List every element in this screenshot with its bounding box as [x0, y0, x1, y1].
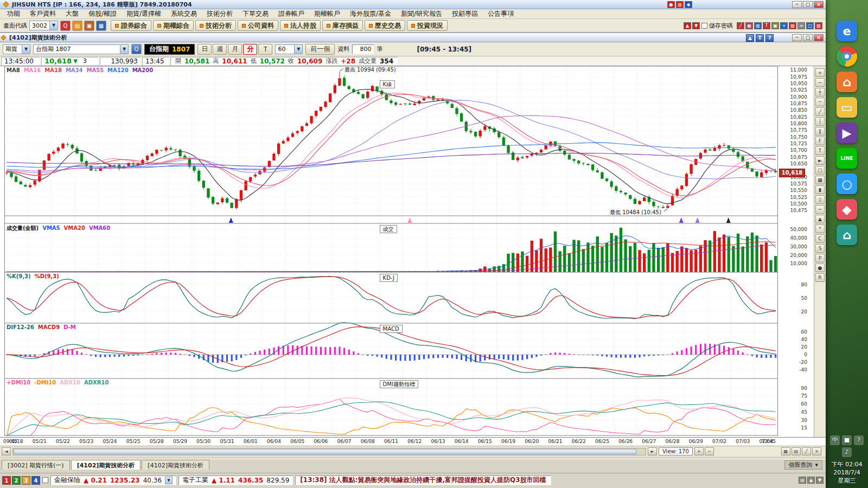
app-restore-button[interactable]: □ [803, 1, 813, 8]
scroll-right-button[interactable]: ► [648, 447, 657, 455]
toolbar-button-4[interactable]: 法人持股 [280, 20, 321, 31]
zoom-in-button[interactable]: + [694, 447, 704, 455]
text-annotation-icon[interactable]: T [815, 146, 825, 155]
symbol-select[interactable]: 台指期 1807 ▼ [33, 44, 129, 54]
alert-icon[interactable]: ● [667, 1, 675, 8]
app-close-button[interactable]: × [814, 1, 824, 8]
fibonacci-icon[interactable]: F [815, 137, 825, 145]
index-quote-1[interactable]: 電子工業▲ 1.11436.35829.59 [178, 476, 293, 485]
interval-select[interactable]: 60 ▼ [275, 44, 303, 54]
channel-icon[interactable]: ‖ [815, 127, 825, 136]
menu-item-11[interactable]: 新聞/研究報告 [396, 9, 447, 19]
menu-item-6[interactable]: 技術分析 [202, 9, 238, 19]
text-mode-button[interactable]: T [756, 34, 764, 42]
list-icon[interactable]: ≡ [797, 22, 805, 29]
chart-restore-button[interactable]: □ [803, 34, 813, 41]
ticker-up-icon[interactable]: ▲ [807, 477, 815, 484]
menu-item-3[interactable]: 個股/權證 [84, 9, 122, 19]
chevron-down-icon[interactable]: ▼ [815, 463, 818, 467]
menu-item-9[interactable]: 期權帳戶 [309, 9, 345, 19]
previous-button[interactable]: 前一個 [305, 44, 335, 55]
scroll-left-button[interactable]: ◄ [2, 447, 11, 455]
ticker-number-3[interactable]: 3 [22, 476, 30, 485]
market-select[interactable]: 期貨 ▼ [3, 44, 30, 54]
app-tab-2[interactable]: [4102]期貨技術分析 [142, 460, 209, 470]
text-tool-icon[interactable]: T [763, 22, 770, 29]
index-dropdown-button[interactable]: ▼ [165, 477, 173, 484]
save-icon[interactable]: S [815, 244, 825, 253]
layout-grid-icon[interactable]: ▦ [745, 22, 753, 29]
clear-button[interactable]: × [812, 447, 821, 455]
mail-icon[interactable]: ▣ [84, 21, 94, 31]
refresh-icon[interactable]: C [815, 234, 825, 243]
menu-item-13[interactable]: 公告事項 [483, 9, 519, 19]
vertical-line-icon[interactable]: │ [815, 117, 825, 126]
photos-icon[interactable]: ◆ [837, 199, 857, 220]
ie-browser-icon[interactable]: e [837, 21, 857, 41]
menu-item-8[interactable]: 證券帳戶 [273, 9, 309, 19]
toolbar-button-0[interactable]: 證券綜合 [111, 20, 151, 31]
note-button[interactable]: ▤ [792, 447, 801, 455]
pin-up-button[interactable]: ▲ [746, 34, 754, 42]
home-app-icon[interactable]: ⌂ [837, 72, 857, 92]
chrome-browser-icon[interactable] [837, 46, 857, 67]
period-button-分[interactable]: 分 [243, 44, 257, 55]
menu-item-1[interactable]: 客戶資料 [25, 9, 61, 19]
ticker-number-1[interactable]: 1 [2, 476, 11, 485]
index-quote-0[interactable]: 金融保險▲ 0.211235.2340.36▼ [50, 476, 176, 485]
chevron-down-icon[interactable]: ▼ [49, 21, 58, 30]
toolbar-button-3[interactable]: 公司資料 [238, 20, 278, 31]
toolbar-button-2[interactable]: 技術分析 [195, 20, 236, 31]
menu-item-12[interactable]: 投顧專區 [447, 9, 483, 19]
snapshot-icon[interactable]: ● [815, 264, 825, 272]
chart-area[interactable]: MA8MA16MA18MA34MA55MA120MA200成交量(金額)VMA5… [0, 66, 826, 437]
zoom-in-icon[interactable]: + [815, 68, 825, 77]
scrollbar-thumb[interactable] [14, 449, 636, 454]
toolbar-button-1[interactable]: 期權綜合 [153, 20, 194, 31]
print-chart-icon[interactable]: P [815, 254, 825, 262]
print-icon[interactable]: ▤ [72, 21, 82, 31]
settings-icon[interactable]: * [815, 224, 825, 233]
chart-window-titlebar[interactable]: [4102]期貨技術分析 ▲T? ─□× [0, 33, 826, 42]
chart-close-button[interactable]: × [814, 34, 824, 41]
ticker-number-2[interactable]: 2 [12, 476, 21, 485]
ticker-checkbox[interactable] [42, 477, 48, 483]
line-style-icon[interactable]: ~ [815, 205, 825, 214]
scrollbar-track[interactable] [12, 448, 646, 455]
board-icon[interactable]: ▣ [771, 22, 779, 29]
cloud-drive-icon[interactable]: ○ [837, 174, 857, 194]
grid-toggle-button[interactable]: ▦ [781, 447, 790, 455]
toolbar-button-6[interactable]: 歷史交易 [365, 20, 405, 31]
menu-item-2[interactable]: 大盤 [61, 9, 84, 19]
home2-app-icon[interactable]: ⌂ [837, 224, 857, 245]
chevron-down-icon[interactable]: ▼ [22, 45, 30, 54]
chart-panel-icon[interactable]: ▥ [754, 22, 762, 29]
zoom-out-icon[interactable]: − [815, 78, 825, 87]
rectangle-tool-icon[interactable]: □ [815, 166, 825, 175]
order-down-icon[interactable]: ▼ [692, 22, 700, 29]
plus-icon[interactable]: + [780, 22, 788, 29]
period-button-T[interactable]: T [258, 44, 272, 55]
chevron-down-icon[interactable]: ▼ [120, 45, 128, 54]
app-tab-1[interactable]: [4102]期貨技術分析 [71, 460, 141, 470]
chart-plot[interactable] [4, 66, 778, 436]
ticker-down-icon[interactable]: ▼ [816, 477, 824, 484]
line-app-icon[interactable]: LINE [837, 148, 857, 169]
window-icon[interactable]: □ [806, 22, 814, 29]
menu-item-7[interactable]: 下單交易 [238, 9, 273, 19]
grid-style-icon[interactable]: ▦ [815, 176, 825, 184]
order-up-icon[interactable]: ▲ [684, 22, 691, 29]
menu-item-0[interactable]: 功能 [2, 9, 25, 19]
taskbar-clock[interactable]: 下午 02:04 2018/7/4 星期三 [826, 460, 868, 485]
chart-minimize-button[interactable]: ─ [792, 34, 802, 41]
menu-item-5[interactable]: 系統交易 [166, 9, 202, 19]
app-titlebar[interactable]: JIHSUN HTS [IP : 166, 234, 186 精華版] 7849… [0, 0, 826, 9]
symbol-search-icon[interactable]: Q [131, 44, 142, 54]
save-password-checkbox[interactable] [701, 23, 707, 29]
chevron-down-icon[interactable]: ▼ [294, 45, 302, 54]
arrow-tool-icon[interactable]: ► [815, 156, 825, 165]
candle-style-icon[interactable]: ▮ [815, 185, 825, 194]
news-ticker[interactable]: [13:38] 法人觀點:貿易衝突與地緣政治持續干擾,富邦證提醒投資人提防Q3股… [295, 476, 551, 485]
grid-icon[interactable]: ▦ [96, 21, 106, 31]
horizontal-line-icon[interactable]: ─ [815, 98, 825, 106]
